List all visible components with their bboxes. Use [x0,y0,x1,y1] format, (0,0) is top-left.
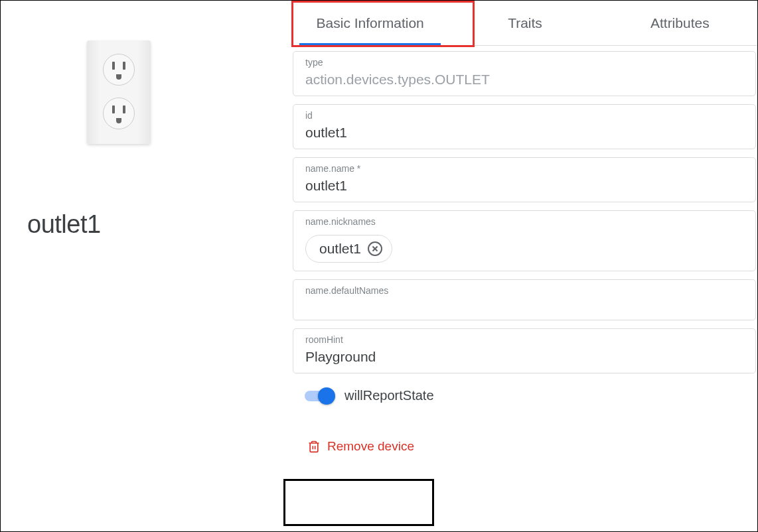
device-name-heading: outlet1 [27,210,266,239]
tab-basic-information[interactable]: Basic Information [293,1,447,45]
field-label: roomHint [305,334,743,345]
field-id[interactable]: id outlet1 [293,104,756,149]
outlet-icon [87,40,151,144]
field-default-names[interactable]: name.defaultNames [293,279,756,320]
tab-attributes[interactable]: Attributes [603,1,757,45]
main-panel: Basic Information Traits Attributes type… [293,1,757,531]
device-sidebar: outlet1 [1,1,293,531]
field-label: type [305,57,743,68]
nickname-chip: outlet1 [305,235,392,263]
field-label: name.defaultNames [305,285,743,296]
id-value: outlet1 [305,125,743,141]
tab-traits[interactable]: Traits [447,1,602,45]
remove-device-label: Remove device [327,439,414,454]
form-area: type action.devices.types.OUTLET id outl… [293,46,757,531]
tab-label: Basic Information [317,15,424,31]
type-value: action.devices.types.OUTLET [305,72,743,88]
will-report-state-toggle[interactable] [305,391,333,401]
field-label: name.nicknames [305,216,743,227]
close-icon[interactable] [368,241,382,256]
tab-label: Traits [508,15,542,31]
remove-device-button[interactable]: Remove device [305,435,417,458]
room-hint-input[interactable] [305,349,743,365]
toggle-label: willReportState [344,388,434,403]
field-nicknames[interactable]: name.nicknames outlet1 [293,210,756,271]
field-room-hint[interactable]: roomHint [293,328,756,373]
tab-label: Attributes [650,15,710,31]
field-label: name.name * [305,163,743,174]
will-report-state-row: willReportState [305,388,744,403]
chip-text: outlet1 [319,241,361,257]
toggle-knob [318,387,335,405]
name-input[interactable] [305,178,743,194]
tabs-bar: Basic Information Traits Attributes [293,1,757,46]
field-type[interactable]: type action.devices.types.OUTLET [293,51,756,96]
trash-icon [307,439,321,454]
field-name-name[interactable]: name.name * [293,157,756,202]
field-label: id [305,110,743,121]
